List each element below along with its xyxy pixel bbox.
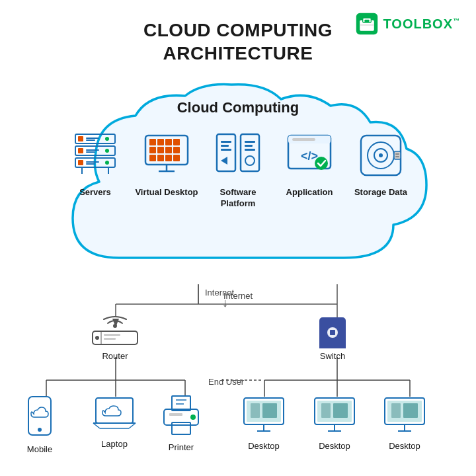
switch-node: Switch <box>313 314 352 361</box>
svg-rect-41 <box>221 149 231 151</box>
cloud-item-virtual-desktop: Virtual Desktop <box>134 129 200 198</box>
cloud-items: Servers <box>60 129 416 210</box>
desktop3-node: Desktop <box>382 395 427 451</box>
svg-rect-28 <box>157 147 164 153</box>
svg-rect-103 <box>262 403 277 418</box>
svg-rect-88 <box>96 398 133 423</box>
svg-rect-37 <box>217 134 235 171</box>
svg-rect-11 <box>78 148 83 153</box>
svg-point-77 <box>113 324 117 328</box>
printer-label: Printer <box>169 442 194 452</box>
cloud-item-application: </> Application <box>276 129 342 198</box>
svg-rect-26 <box>173 139 180 145</box>
mobile-icon <box>23 395 56 442</box>
router-icon <box>89 314 141 348</box>
svg-point-80 <box>95 336 99 340</box>
svg-rect-24 <box>157 139 164 145</box>
software-platform-label: Software Platform <box>205 187 271 210</box>
virtual-desktop-label: Virtual Desktop <box>135 187 198 198</box>
page-title: CLOUD COMPUTING ARCHITECTURE <box>0 19 476 65</box>
svg-rect-49 <box>292 138 315 141</box>
svg-rect-82 <box>104 338 116 340</box>
desktop2-node: Desktop <box>312 395 357 451</box>
cloud-item-software-platform: Software Platform <box>205 129 271 210</box>
switch-icon <box>313 314 352 348</box>
svg-rect-44 <box>245 149 255 151</box>
svg-rect-85 <box>330 330 335 335</box>
svg-rect-30 <box>173 147 180 153</box>
printer-icon <box>159 393 204 440</box>
svg-rect-40 <box>221 145 229 147</box>
storage-data-label: Storage Data <box>354 187 407 198</box>
application-icon: </> <box>283 129 336 182</box>
svg-rect-32 <box>157 155 164 161</box>
desktop3-label: Desktop <box>389 441 420 451</box>
desktop2-label: Desktop <box>319 441 350 451</box>
svg-rect-17 <box>86 161 99 163</box>
svg-rect-16 <box>78 160 83 165</box>
svg-marker-45 <box>221 157 227 165</box>
svg-point-51 <box>315 157 328 170</box>
svg-point-97 <box>190 415 196 420</box>
svg-rect-114 <box>391 403 401 418</box>
svg-rect-99 <box>172 422 190 434</box>
application-label: Application <box>286 187 333 198</box>
svg-rect-109 <box>333 403 348 418</box>
desktop1-node: Desktop <box>241 395 286 451</box>
cloud-container: Cloud Computing <box>33 79 443 284</box>
svg-line-90 <box>93 423 100 428</box>
svg-rect-29 <box>165 147 172 153</box>
laptop-label: Laptop <box>101 439 128 449</box>
servers-label: Servers <box>79 187 111 198</box>
svg-line-91 <box>129 423 136 428</box>
svg-rect-6 <box>78 136 83 141</box>
cloud-item-servers: Servers <box>62 129 128 198</box>
svg-rect-31 <box>149 155 156 161</box>
svg-point-14 <box>105 149 109 153</box>
svg-rect-58 <box>395 156 399 157</box>
svg-rect-102 <box>251 403 260 418</box>
svg-rect-33 <box>165 155 172 161</box>
desktop1-icon <box>241 395 286 438</box>
svg-point-46 <box>245 156 255 165</box>
svg-rect-81 <box>104 334 120 336</box>
router-node: Router <box>89 314 141 361</box>
svg-rect-25 <box>165 139 172 145</box>
internet-arrow: ↓ <box>222 296 228 310</box>
svg-rect-115 <box>403 403 418 418</box>
printer-node: Printer <box>159 393 204 452</box>
laptop-node: Laptop <box>91 395 138 449</box>
servers-icon <box>69 129 122 182</box>
mobile-label: Mobile <box>27 444 52 454</box>
svg-rect-27 <box>149 147 156 153</box>
svg-point-9 <box>105 137 109 141</box>
cloud-item-storage-data: Storage Data <box>348 129 414 198</box>
laptop-icon <box>91 395 138 436</box>
svg-rect-42 <box>245 141 255 143</box>
svg-rect-98 <box>169 413 182 416</box>
end-user-label: End User <box>208 377 244 387</box>
desktop3-icon <box>382 395 427 438</box>
switch-label: Switch <box>320 351 345 361</box>
svg-point-87 <box>38 428 42 432</box>
svg-rect-8 <box>86 139 95 141</box>
svg-rect-56 <box>394 151 401 159</box>
virtual-desktop-icon <box>140 129 193 182</box>
svg-rect-43 <box>245 145 253 147</box>
svg-rect-12 <box>86 149 99 151</box>
svg-rect-23 <box>149 139 156 145</box>
software-platform-icon <box>212 129 264 182</box>
svg-rect-34 <box>173 155 180 161</box>
svg-rect-108 <box>321 403 331 418</box>
svg-point-19 <box>105 161 109 165</box>
svg-rect-93 <box>172 396 190 411</box>
svg-rect-13 <box>86 151 95 153</box>
svg-rect-7 <box>86 138 99 139</box>
storage-data-icon <box>354 129 407 182</box>
svg-rect-18 <box>86 163 95 165</box>
router-label: Router <box>102 351 128 361</box>
desktop1-label: Desktop <box>248 441 280 451</box>
desktop2-icon <box>312 395 357 438</box>
svg-rect-39 <box>221 141 231 143</box>
mobile-node: Mobile <box>23 395 56 454</box>
